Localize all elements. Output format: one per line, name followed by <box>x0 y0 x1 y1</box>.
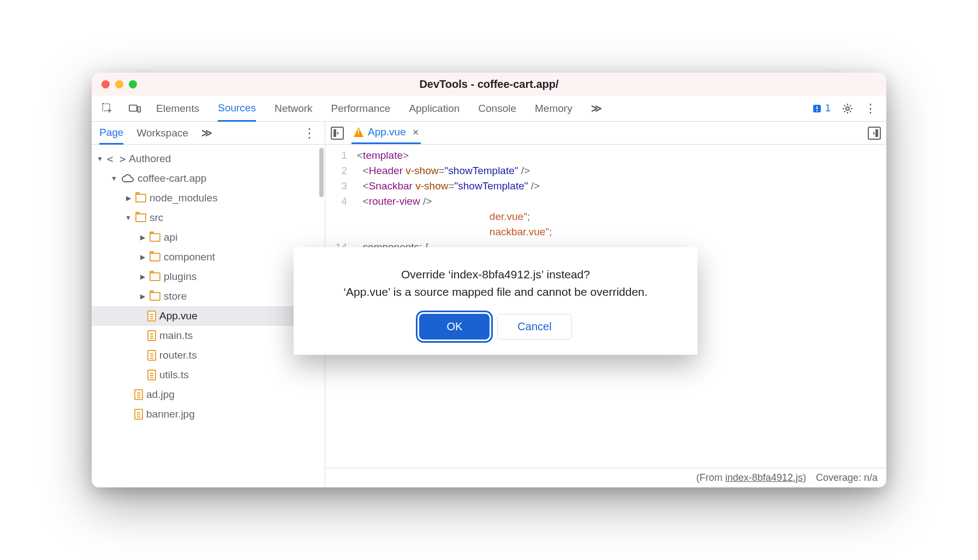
toolbar-right: 1 ⋮ <box>812 103 876 115</box>
code-line[interactable]: 1<template> <box>325 148 886 163</box>
file-tree[interactable]: ▼ < > Authored ▼ coffee-cart.app ▶ node_… <box>92 145 325 487</box>
line-number <box>325 224 357 240</box>
line-content: <template> <box>357 148 409 163</box>
tree-label: plugins <box>164 271 196 283</box>
line-content: <router-view /> <box>357 194 432 209</box>
panel-tabs: Elements Sources Network Performance App… <box>156 96 797 121</box>
chevron-right-icon: ▶ <box>139 273 146 281</box>
tab-application[interactable]: Application <box>409 96 460 121</box>
tree-site[interactable]: ▼ coffee-cart.app <box>92 169 325 188</box>
device-toolbar-icon[interactable] <box>129 103 141 115</box>
folder-icon <box>135 213 146 222</box>
folder-icon <box>135 194 146 202</box>
code-line[interactable]: 2 <Header v-show="showTemplate" /> <box>325 163 886 178</box>
folder-icon <box>150 272 160 281</box>
code-line[interactable]: 3 <Snackbar v-show="showTemplate" /> <box>325 178 886 194</box>
line-number: 2 <box>325 163 357 178</box>
code-line[interactable]: 4 <router-view /> <box>325 194 886 209</box>
chevron-down-icon: ▼ <box>96 155 104 163</box>
svg-rect-4 <box>816 106 818 109</box>
editor-tab-label: App.vue <box>368 126 406 138</box>
tree-label: coffee-cart.app <box>138 172 206 184</box>
cloud-icon <box>121 174 134 183</box>
tab-sources[interactable]: Sources <box>218 96 256 122</box>
warning-icon <box>354 127 363 137</box>
svg-rect-5 <box>816 110 818 111</box>
tree-label: Authored <box>129 153 171 165</box>
navigator-tab-page[interactable]: Page <box>99 122 123 145</box>
toggle-debugger-icon[interactable] <box>868 127 881 140</box>
folder-icon <box>150 233 160 242</box>
more-tabs-icon[interactable]: ≫ <box>591 96 602 121</box>
chevron-right-icon: ▶ <box>139 253 146 261</box>
tree-label: src <box>150 212 163 224</box>
window-title: DevTools - coffee-cart.app/ <box>92 78 886 91</box>
close-tab-icon[interactable]: × <box>413 126 419 139</box>
tree-folder-component[interactable]: ▶ component <box>92 247 325 267</box>
source-origin-link[interactable]: index-8bfa4912.js <box>725 472 803 483</box>
override-dialog: Override ‘index-8bfa4912.js’ instead? ‘A… <box>294 247 697 355</box>
line-number: 3 <box>325 178 357 194</box>
settings-icon[interactable] <box>842 103 854 115</box>
tree-folder-node-modules[interactable]: ▶ node_modules <box>92 188 325 208</box>
chevron-right-icon: ▶ <box>139 293 146 300</box>
editor-statusbar: (From index-8bfa4912.js) Coverage: n/a <box>325 468 886 487</box>
tree-folder-store[interactable]: ▶ store <box>92 287 325 306</box>
dialog-buttons: OK Cancel <box>310 314 681 339</box>
tree-folder-src[interactable]: ▼ src <box>92 208 325 228</box>
tree-file-ad-jpg[interactable]: ad.jpg <box>92 385 325 404</box>
devtools-window: DevTools - coffee-cart.app/ Elements Sou… <box>92 73 886 487</box>
scrollbar-thumb[interactable] <box>319 148 324 197</box>
toggle-navigator-icon[interactable] <box>331 127 344 140</box>
line-number <box>325 209 357 224</box>
tree-label: component <box>164 251 215 263</box>
code-line[interactable]: nackbar.vue"; <box>325 224 886 240</box>
tab-console[interactable]: Console <box>478 96 516 121</box>
tab-performance[interactable]: Performance <box>331 96 391 121</box>
navigator-sidebar: Page Workspace ≫ ⋮ ▼ < > Authored ▼ coff… <box>92 122 325 487</box>
dialog-line1: Override ‘index-8bfa4912.js’ instead? <box>310 266 681 283</box>
tree-label: api <box>164 231 177 243</box>
tree-folder-api[interactable]: ▶ api <box>92 228 325 247</box>
file-icon <box>147 350 156 361</box>
brackets-icon: < > <box>107 153 126 165</box>
file-icon <box>147 330 156 341</box>
navigator-more-tabs-icon[interactable]: ≫ <box>201 127 212 139</box>
file-icon <box>134 389 143 400</box>
cancel-button[interactable]: Cancel <box>497 314 571 339</box>
tab-memory[interactable]: Memory <box>535 96 573 121</box>
chevron-right-icon: ▶ <box>139 234 146 241</box>
navigator-tab-workspace[interactable]: Workspace <box>136 122 188 144</box>
issues-badge[interactable]: 1 <box>812 103 831 114</box>
folder-icon <box>150 253 160 261</box>
tree-file-utils-ts[interactable]: utils.ts <box>92 365 325 385</box>
line-number: 1 <box>325 148 357 163</box>
line-content: der.vue"; <box>357 209 530 224</box>
tab-elements[interactable]: Elements <box>156 96 199 121</box>
inspect-element-icon[interactable] <box>102 103 114 115</box>
tree-folder-plugins[interactable]: ▶ plugins <box>92 267 325 287</box>
tree-label: node_modules <box>150 192 218 204</box>
tree-file-router-ts[interactable]: router.ts <box>92 345 325 365</box>
tree-root-authored[interactable]: ▼ < > Authored <box>92 149 325 169</box>
tree-label: banner.jpg <box>146 408 195 420</box>
main-toolbar: Elements Sources Network Performance App… <box>92 96 886 122</box>
file-icon <box>134 409 143 420</box>
tree-file-app-vue[interactable]: App.vue <box>92 306 325 326</box>
tree-file-main-ts[interactable]: main.ts <box>92 326 325 345</box>
svg-rect-1 <box>129 105 137 111</box>
tab-network[interactable]: Network <box>275 96 313 121</box>
tree-file-banner-jpg[interactable]: banner.jpg <box>92 404 325 424</box>
navigator-kebab-icon[interactable]: ⋮ <box>303 126 317 141</box>
ok-button[interactable]: OK <box>419 314 490 339</box>
issue-icon <box>812 104 822 114</box>
svg-rect-7 <box>333 129 336 137</box>
tree-label: main.ts <box>159 330 193 342</box>
editor-tab-app-vue[interactable]: App.vue × <box>351 122 421 144</box>
issue-count: 1 <box>825 103 831 114</box>
navigator-tabs: Page Workspace ≫ ⋮ <box>92 122 325 145</box>
kebab-menu-icon[interactable]: ⋮ <box>864 103 876 115</box>
code-line[interactable]: der.vue"; <box>325 209 886 224</box>
source-origin: (From index-8bfa4912.js) <box>696 472 806 484</box>
dialog-line2: ‘App.vue’ is a source mapped file and ca… <box>310 283 681 301</box>
